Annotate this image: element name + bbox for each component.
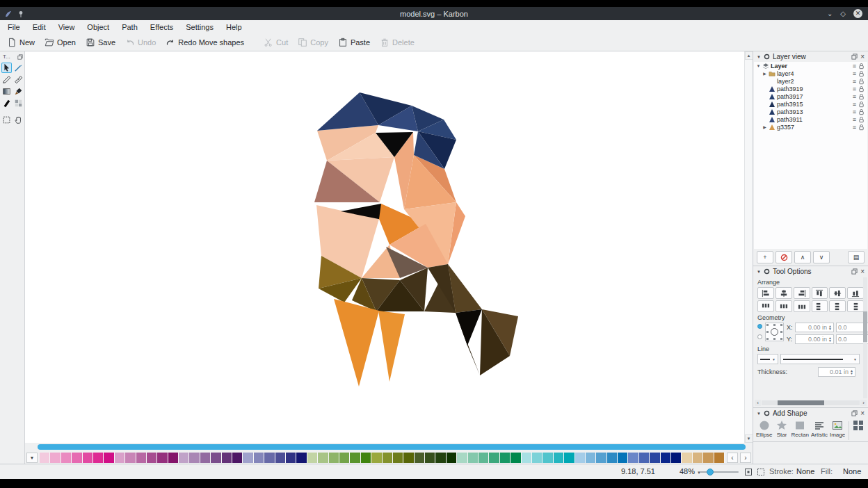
color-swatch-30[interactable]: [361, 453, 371, 463]
raise-layer-button[interactable]: ∧: [794, 251, 811, 263]
spinner-arrows-icon[interactable]: ▲▼: [828, 336, 832, 342]
float-icon[interactable]: [851, 54, 858, 60]
color-swatch-32[interactable]: [383, 453, 393, 463]
tool-options-hscrollbar[interactable]: ‹ ›: [755, 400, 867, 406]
color-swatch-62[interactable]: [703, 453, 714, 463]
shape-rectangle-button[interactable]: Rectan: [791, 420, 809, 438]
layer-row-layer2[interactable]: layer2≡: [754, 77, 867, 85]
color-swatch-17[interactable]: [222, 453, 232, 463]
layer-row-layer4[interactable]: ▶layer4≡: [754, 70, 867, 77]
lock-icon[interactable]: [858, 116, 865, 123]
color-swatch-54[interactable]: [618, 453, 628, 463]
delete-layer-button[interactable]: [775, 251, 792, 263]
shape-artistic-text-button[interactable]: Artistic: [811, 420, 828, 438]
line-style-combo[interactable]: ▼: [780, 354, 860, 364]
palette-next-button[interactable]: ›: [740, 453, 751, 463]
new-button[interactable]: New: [2, 35, 40, 50]
open-button[interactable]: Open: [40, 35, 81, 50]
tool-select-button[interactable]: [1, 63, 12, 73]
color-swatch-46[interactable]: [532, 453, 542, 463]
artwork-polygon-28[interactable]: [334, 299, 379, 387]
row-options-icon[interactable]: ≡: [853, 78, 856, 85]
distribute-horizontal-right-button[interactable]: [794, 300, 810, 312]
vscroll-thumb[interactable]: [863, 311, 867, 342]
menu-help[interactable]: Help: [220, 22, 248, 33]
tool-pen-button[interactable]: [13, 63, 24, 73]
distribute-vertical-top-button[interactable]: [812, 300, 828, 312]
thickness-input[interactable]: 0.01 in ▲▼: [818, 367, 855, 377]
dimension-radio[interactable]: [757, 334, 762, 339]
color-swatch-11[interactable]: [157, 453, 168, 463]
color-swatch-40[interactable]: [468, 453, 479, 463]
redo-button[interactable]: Redo Move shapes: [161, 35, 249, 50]
menu-settings[interactable]: Settings: [179, 22, 220, 33]
scroll-up-icon[interactable]: ▲: [745, 51, 753, 60]
close-icon[interactable]: ×: [860, 410, 865, 417]
collapse-icon[interactable]: ▼: [757, 55, 761, 59]
color-swatch-52[interactable]: [596, 453, 606, 463]
palette-prev-button[interactable]: ‹: [727, 453, 738, 463]
color-swatch-12[interactable]: [168, 453, 179, 463]
close-icon[interactable]: ×: [860, 268, 865, 275]
color-swatch-15[interactable]: [200, 453, 211, 463]
artwork-polygon-26[interactable]: [456, 309, 482, 345]
color-swatch-53[interactable]: [607, 453, 618, 463]
color-swatch-9[interactable]: [136, 453, 147, 463]
align-horizontal-left-button[interactable]: [757, 287, 774, 299]
tool-gradient-button[interactable]: [1, 86, 12, 97]
color-swatch-57[interactable]: [650, 453, 660, 463]
zoom-level[interactable]: 48%▼: [680, 467, 701, 475]
close-button[interactable]: ✕: [853, 9, 862, 18]
lock-icon[interactable]: [858, 101, 865, 108]
color-swatch-22[interactable]: [275, 453, 286, 463]
color-swatch-44[interactable]: [511, 453, 521, 463]
color-swatch-14[interactable]: [189, 453, 200, 463]
color-swatch-25[interactable]: [307, 453, 318, 463]
tool-pattern-button[interactable]: [13, 98, 24, 108]
zoom-slider-handle[interactable]: [707, 469, 714, 475]
menu-edit[interactable]: Edit: [26, 22, 52, 33]
color-swatch-36[interactable]: [425, 453, 435, 463]
color-swatch-26[interactable]: [318, 453, 328, 463]
canvas-vertical-scrollbar[interactable]: ▲ ▼: [744, 51, 753, 443]
lock-icon[interactable]: [858, 108, 865, 115]
expander-icon[interactable]: ▼: [755, 64, 762, 68]
layer-row-path3913[interactable]: path3913≡: [754, 108, 867, 115]
tool-pencil-button[interactable]: [1, 74, 12, 85]
shape-star-button[interactable]: Star: [775, 420, 789, 438]
fit-page-icon[interactable]: [744, 467, 753, 477]
float-icon[interactable]: [851, 268, 858, 275]
menu-effects[interactable]: Effects: [144, 22, 179, 33]
color-swatch-42[interactable]: [489, 453, 499, 463]
float-icon[interactable]: [851, 410, 858, 416]
color-swatch-10[interactable]: [147, 453, 157, 463]
color-swatch-20[interactable]: [254, 453, 264, 463]
color-swatch-61[interactable]: [693, 453, 703, 463]
shape-image-button[interactable]: Image: [830, 420, 845, 438]
distribute-horizontal-center-button[interactable]: [775, 300, 792, 312]
fill-value[interactable]: None: [843, 467, 861, 475]
distribute-vertical-bottom-button[interactable]: [847, 300, 864, 312]
color-swatch-39[interactable]: [457, 453, 467, 463]
color-swatch-60[interactable]: [682, 453, 692, 463]
tool-measure-button[interactable]: [13, 74, 24, 85]
x-input[interactable]: 0.00 in ▲▼: [795, 323, 834, 332]
color-swatch-3[interactable]: [72, 453, 82, 463]
menu-object[interactable]: Object: [81, 22, 115, 33]
lock-icon[interactable]: [858, 93, 865, 100]
y-input[interactable]: 0.00 in ▲▼: [795, 334, 834, 344]
scroll-left-icon[interactable]: ‹: [755, 400, 761, 406]
lower-layer-button[interactable]: ∨: [813, 251, 830, 263]
palette-menu-button[interactable]: ▼: [26, 453, 38, 463]
row-options-icon[interactable]: ≡: [853, 116, 856, 123]
horizontal-scroll-thumb[interactable]: [38, 444, 746, 450]
hscroll-thumb[interactable]: [778, 400, 825, 405]
menu-path[interactable]: Path: [115, 22, 144, 33]
tool-pan-button[interactable]: [13, 115, 24, 125]
layer-row-Layer[interactable]: ▼Layer≡: [754, 62, 867, 70]
color-swatch-19[interactable]: [243, 453, 253, 463]
layer-row-path3911[interactable]: path3911≡: [754, 115, 867, 123]
row-options-icon[interactable]: ≡: [853, 93, 856, 100]
collapse-icon[interactable]: ▼: [757, 412, 761, 416]
row-options-icon[interactable]: ≡: [853, 101, 856, 108]
